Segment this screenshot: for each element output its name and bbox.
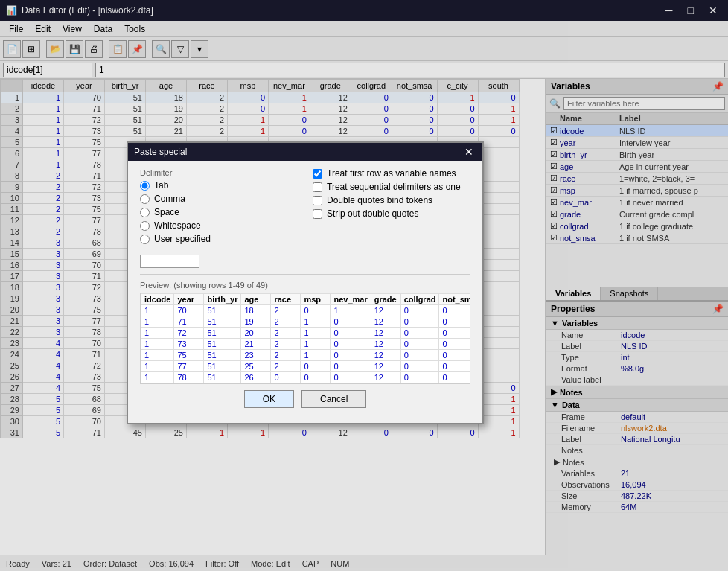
preview-cell: 0: [439, 339, 470, 350]
check-double-bind[interactable]: Double quotes bind tokens: [313, 195, 470, 205]
preview-table: idcodeyearbirth_yrageracemspnev_margrade…: [141, 293, 470, 383]
preview-cell: 2: [271, 361, 301, 372]
radio-space-input[interactable]: [140, 208, 150, 217]
preview-table-body: 1705118201120017151192101200172512021012…: [141, 305, 471, 383]
preview-col-header: age: [241, 294, 271, 305]
preview-cell: 51: [204, 372, 241, 383]
preview-cell: 1: [141, 305, 174, 316]
preview-row: 17351212101200: [141, 339, 471, 350]
preview-cell: 0: [331, 328, 371, 339]
preview-cell: 18: [241, 305, 271, 316]
preview-col-header: year: [174, 294, 204, 305]
preview-cell: 0: [439, 361, 470, 372]
preview-cell: 71: [174, 316, 204, 328]
preview-cell: 0: [331, 350, 371, 361]
preview-cell: 20: [241, 328, 271, 339]
preview-cell: 1: [141, 316, 174, 328]
preview-cell: 51: [204, 339, 241, 350]
paste-dialog: Paste special ✕ Delimiter Tab Comma S: [127, 141, 484, 424]
preview-cell: 0: [400, 361, 439, 372]
preview-cell: 0: [400, 316, 439, 328]
preview-cell: 23: [241, 350, 271, 361]
preview-cell: 0: [301, 372, 331, 383]
preview-cell: 0: [331, 339, 371, 350]
dialog-titlebar: Paste special ✕: [128, 143, 482, 161]
check-strip-quotes[interactable]: Strip out double quotes: [313, 208, 470, 219]
preview-cell: 0: [439, 328, 470, 339]
preview-cell: 0: [331, 372, 371, 383]
radio-user-specified[interactable]: User specified: [140, 234, 298, 244]
check-sequential-input[interactable]: [313, 182, 322, 192]
preview-cell: 78: [174, 372, 204, 383]
preview-cell: 0: [271, 372, 301, 383]
check-first-row-input[interactable]: [313, 169, 322, 179]
preview-col-header: birth_yr: [204, 294, 241, 305]
radio-space[interactable]: Space: [140, 207, 298, 217]
preview-cell: 1: [331, 305, 371, 316]
preview-cell: 25: [241, 361, 271, 372]
dialog-left: Delimiter Tab Comma Space Whitespace: [140, 168, 298, 268]
preview-table-container[interactable]: idcodeyearbirth_yrageracemspnev_margrade…: [140, 293, 470, 384]
preview-cell: 12: [371, 372, 400, 383]
preview-cell: 51: [204, 350, 241, 361]
preview-cell: 0: [301, 361, 331, 372]
preview-cell: 70: [174, 305, 204, 316]
preview-cell: 12: [371, 316, 400, 328]
preview-col-header: nev_mar: [331, 294, 371, 305]
preview-row: 17151192101200: [141, 316, 471, 328]
radio-whitespace-input[interactable]: [140, 221, 150, 231]
ok-button[interactable]: OK: [244, 390, 294, 408]
preview-col-header: idcode: [141, 294, 174, 305]
preview-cell: 0: [439, 305, 470, 316]
dialog-buttons: OK Cancel: [140, 384, 470, 415]
preview-cell: 0: [400, 339, 439, 350]
preview-cell: 12: [371, 339, 400, 350]
preview-row: 17251202101200: [141, 328, 471, 339]
preview-cell: 0: [301, 305, 331, 316]
dialog-title: Paste special: [134, 147, 187, 157]
check-sequential[interactable]: Treat sequential delimiters as one: [313, 182, 470, 192]
check-strip-quotes-input[interactable]: [313, 209, 322, 219]
radio-tab-input[interactable]: [140, 181, 150, 191]
preview-cell: 0: [400, 350, 439, 361]
dialog-body: Delimiter Tab Comma Space Whitespace: [128, 161, 482, 423]
radio-comma-input[interactable]: [140, 194, 150, 204]
preview-cell: 1: [301, 328, 331, 339]
preview-cell: 2: [271, 328, 301, 339]
options-checkboxes: Treat first row as variable names Treat …: [313, 168, 470, 219]
user-specified-input[interactable]: [140, 255, 199, 268]
dialog-overlay: Paste special ✕ Delimiter Tab Comma S: [0, 0, 728, 571]
preview-table-header: idcodeyearbirth_yrageracemspnev_margrade…: [141, 294, 471, 305]
check-double-bind-input[interactable]: [313, 196, 322, 205]
preview-cell: 51: [204, 328, 241, 339]
preview-row: 17551232101200: [141, 350, 471, 361]
preview-cell: 1: [141, 372, 174, 383]
radio-userspec-input[interactable]: [140, 235, 150, 244]
preview-cell: 0: [439, 350, 470, 361]
preview-cell: 12: [371, 305, 400, 316]
dialog-close-button[interactable]: ✕: [462, 146, 476, 158]
delimiter-label: Delimiter: [140, 168, 298, 177]
radio-tab[interactable]: Tab: [140, 180, 298, 191]
preview-row: 17851260001200: [141, 372, 471, 383]
preview-col-header: race: [271, 294, 301, 305]
preview-cell: 0: [400, 372, 439, 383]
preview-cell: 0: [331, 361, 371, 372]
cancel-button[interactable]: Cancel: [301, 390, 366, 408]
preview-row: 17051182011200: [141, 305, 471, 316]
check-first-row[interactable]: Treat first row as variable names: [313, 168, 470, 179]
preview-cell: 77: [174, 361, 204, 372]
dialog-columns: Delimiter Tab Comma Space Whitespace: [140, 168, 470, 268]
preview-cell: 2: [271, 339, 301, 350]
radio-comma[interactable]: Comma: [140, 194, 298, 204]
preview-cell: 75: [174, 350, 204, 361]
preview-cell: 21: [241, 339, 271, 350]
preview-section: Preview: (showing rows 1-49 of 49) idcod…: [140, 281, 470, 384]
preview-cell: 72: [174, 328, 204, 339]
preview-cell: 1: [141, 350, 174, 361]
preview-cell: 26: [241, 372, 271, 383]
preview-col-header: grade: [371, 294, 400, 305]
radio-whitespace[interactable]: Whitespace: [140, 220, 298, 231]
preview-cell: 1: [301, 339, 331, 350]
preview-cell: 12: [371, 328, 400, 339]
